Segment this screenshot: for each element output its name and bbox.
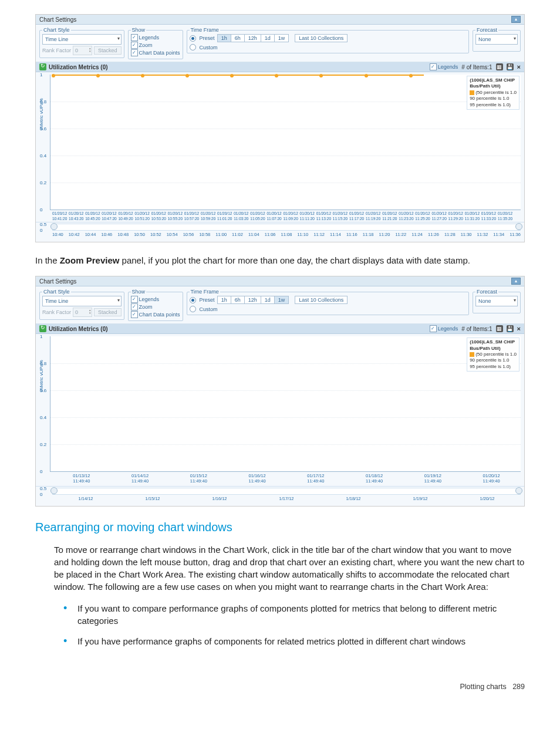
zoom-handle-right[interactable]	[515, 223, 522, 230]
bullet-2: If you have performance graphs of compon…	[63, 635, 525, 647]
custom-label: Custom	[200, 45, 218, 50]
collapse-icon[interactable]: ▴	[511, 278, 521, 285]
custom-radio[interactable]	[190, 44, 196, 50]
tf-12h[interactable]: 12h	[245, 34, 261, 42]
x-axis-days: 01/13/1211:49:4001/14/1211:49:4001/15/12…	[36, 473, 524, 486]
chart-style-dropdown[interactable]: Time Line	[42, 34, 122, 45]
metrics-header: Utilization Metrics (0) ✓Legends # of It…	[36, 62, 524, 72]
figure-2-weekly: Chart Settings ▴ Chart Style Time Line R…	[35, 276, 525, 507]
refresh-icon[interactable]	[39, 63, 46, 70]
section-paragraph: To move or rearrange chart windows in th…	[54, 544, 525, 593]
grid-icon[interactable]: ▦	[496, 63, 503, 70]
metrics-header-2: Utilization Metrics (0) ✓Legends # of It…	[36, 324, 524, 334]
zoom-days: 1/14/121/15/121/16/121/17/121/18/121/19/…	[52, 496, 521, 501]
zoom-track[interactable]: 0.5 0	[52, 224, 521, 231]
save-icon[interactable]: 💾	[507, 325, 514, 332]
show-legends-checkbox[interactable]: ✓Legends	[131, 34, 160, 41]
chart-settings-row: Chart Style Time Line Rank Factor 0 Stac…	[36, 25, 524, 62]
last-10-collections[interactable]: Last 10 Collections	[295, 296, 348, 304]
tf-1h[interactable]: 1h	[217, 296, 231, 304]
zoom-handle-left[interactable]	[50, 223, 58, 230]
items-count: # of Items:1	[461, 64, 492, 70]
show-legends-checkbox[interactable]: ✓Legends	[131, 296, 160, 303]
rank-factor-spinner: 0	[73, 308, 92, 317]
zoom-preview-1: 0.5 0 10:4010:4210:4410:4610:4810:5010:5…	[36, 222, 524, 242]
tf-1d[interactable]: 1d	[261, 296, 275, 304]
zoom-handle-left[interactable]	[50, 487, 58, 494]
show-datapoints-checkbox[interactable]: ✓Chart Data points	[131, 311, 180, 318]
forecast-dropdown[interactable]: None	[475, 296, 518, 306]
last-10-collections[interactable]: Last 10 Collections	[295, 34, 348, 42]
stacked-button: Stacked	[94, 46, 122, 55]
group-forecast: Forecast None	[473, 27, 521, 52]
group-show: Show ✓Legends ✓Zoom ✓Chart Data points	[128, 27, 183, 59]
data-series-line	[52, 75, 424, 76]
zoom-handle-right[interactable]	[515, 487, 522, 494]
chart-settings-header-2: Chart Settings ▴	[36, 276, 524, 286]
preset-radio[interactable]	[190, 35, 196, 42]
legends-toggle[interactable]: ✓Legends	[430, 325, 458, 332]
chart-style-legend: Chart Style	[42, 27, 71, 33]
refresh-icon[interactable]	[39, 325, 46, 332]
section-bullets: If you want to compare performance graph…	[63, 602, 525, 647]
save-icon[interactable]: 💾	[507, 63, 514, 70]
bullet-1: If you want to compare performance graph…	[63, 602, 525, 627]
chart-style-dropdown[interactable]: Time Line	[42, 296, 122, 306]
zoom-track[interactable]: 0.5 0	[52, 488, 521, 495]
rank-factor-label: Rank Factor	[42, 48, 71, 53]
group-time-frame: Time Frame Preset 1h 6h 12h 1d 1w Last 1…	[187, 27, 469, 53]
page-footer: Plotting charts 289	[35, 683, 525, 691]
preset-label: Preset	[200, 35, 215, 41]
stacked-button: Stacked	[94, 308, 122, 316]
legends-toggle[interactable]: ✓Legends	[430, 63, 458, 70]
close-icon[interactable]: ×	[517, 325, 521, 332]
chart-settings-row-2: Chart Style Time Line Rank Factor 0 Stac…	[36, 286, 524, 324]
tf-1h[interactable]: 1h	[217, 34, 231, 42]
show-datapoints-checkbox[interactable]: ✓Chart Data points	[131, 49, 180, 56]
forecast-legend: Forecast	[475, 27, 498, 33]
preset-radio[interactable]	[190, 297, 196, 303]
zoom-preview-2: 0.5 0 1/14/121/15/121/16/121/17/121/18/1…	[36, 486, 524, 506]
chart-settings-header: Chart Settings ▴	[36, 15, 524, 25]
show-legend: Show	[131, 27, 147, 33]
figure-1-hourly: Chart Settings ▴ Chart Style Time Line R…	[35, 14, 525, 242]
chart-legend-panel: (1006)LAS_SM CHIP Bus/Path Util) (50 per…	[467, 76, 519, 110]
group-chart-style: Chart Style Time Line Rank Factor 0 Stac…	[39, 27, 124, 58]
plot-area-1: vMetric vUPa% 1 0.8 0.6 0.4 0.2 0 (1006)…	[50, 75, 521, 210]
chart-legend-panel: (1006)LAS_SM CHIP Bus/Path Util) (50 per…	[467, 337, 519, 372]
zoom-preview-caption: In the Zoom Preview panel, if you plot t…	[35, 254, 525, 266]
forecast-dropdown[interactable]: None	[475, 34, 518, 45]
chart-settings-title: Chart Settings	[39, 16, 76, 23]
tf-12h[interactable]: 12h	[245, 296, 261, 304]
tf-1w[interactable]: 1w	[275, 296, 289, 304]
show-zoom-checkbox[interactable]: ✓Zoom	[131, 42, 153, 49]
show-zoom-checkbox[interactable]: ✓Zoom	[131, 303, 153, 310]
tf-6h[interactable]: 6h	[231, 296, 245, 304]
grid-icon[interactable]: ▦	[496, 325, 503, 332]
tf-1d[interactable]: 1d	[261, 34, 275, 42]
collapse-icon[interactable]: ▴	[511, 16, 521, 23]
zoom-ticks: 10:4010:4210:4410:4610:4810:5010:5210:54…	[52, 232, 521, 237]
tf-1w[interactable]: 1w	[275, 34, 289, 42]
x-axis-times: 10:41:20 10:43:20 10:45:20 10:47:20 10:4…	[36, 217, 524, 222]
tf-6h[interactable]: 6h	[231, 34, 245, 42]
time-frame-buttons-1: 1h 6h 12h 1d 1w	[217, 34, 289, 42]
rank-factor-spinner: 0	[73, 46, 92, 55]
plot-area-2: vMetric vUPa% 1 0.8 0.6 0.4 0.2 0 (1006)…	[50, 336, 521, 472]
section-heading: Rearranging or moving chart windows	[35, 521, 525, 534]
custom-radio[interactable]	[190, 306, 196, 312]
x-axis-dates: 01/20/12 01/20/12 01/20/12 01/20/12 01/2…	[36, 211, 524, 217]
metrics-title: Utilization Metrics (0)	[49, 64, 108, 70]
close-icon[interactable]: ×	[517, 63, 521, 70]
time-frame-legend: Time Frame	[190, 27, 220, 33]
